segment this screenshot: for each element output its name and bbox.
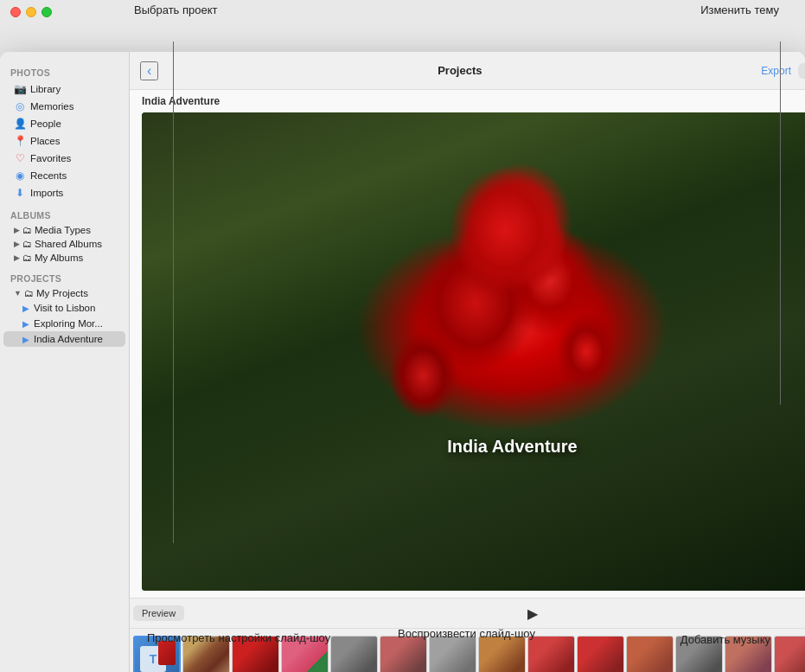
chevron-down-icon: ▼ — [14, 289, 22, 298]
sidebar-item-label: Places — [30, 136, 61, 146]
annotation-select-project: Выбрать проект — [134, 3, 218, 16]
play-button[interactable]: ▶ — [527, 605, 538, 622]
memories-icon: ◎ — [14, 100, 26, 112]
filmstrip-thumb-14[interactable]: 14 — [774, 636, 805, 673]
filmstrip-thumb-5[interactable]: 5 — [330, 636, 378, 673]
filmstrip-thumb-10[interactable]: 10 — [577, 636, 624, 673]
sidebar-group-label: My Projects — [36, 288, 88, 298]
sidebar-item-icon: 🗂 — [22, 253, 32, 263]
controls-bar: Preview ▶ ↺ — [130, 598, 805, 629]
people-icon: 👤 — [14, 118, 26, 130]
sidebar-item-imports[interactable]: ⬇ Imports — [3, 184, 125, 202]
poppy-flower — [435, 156, 591, 320]
sidebar: Photos 📷 Library ◎ Memories 👤 People 📍 P… — [0, 52, 130, 672]
search-bar[interactable]: 🔍 — [798, 63, 805, 79]
annotation-add-music: Добавить музыку — [680, 633, 770, 646]
maximize-button[interactable] — [42, 7, 52, 17]
sidebar-item-library[interactable]: 📷 Library — [3, 80, 125, 98]
sidebar-group-label: Media Types — [35, 225, 91, 235]
sidebar-item-recents[interactable]: ◉ Recents — [3, 167, 125, 184]
sidebar-item-label: Imports — [30, 188, 63, 198]
slideshow-icon: ▶ — [22, 304, 29, 313]
sidebar-item-memories[interactable]: ◎ Memories — [3, 98, 125, 115]
back-button[interactable]: ‹ — [140, 61, 158, 80]
sidebar-group-label: My Albums — [35, 253, 83, 263]
sidebar-item-icon: 🗂 — [22, 225, 32, 235]
filmstrip-thumb-11[interactable]: 11 — [626, 636, 674, 673]
sidebar-item-people[interactable]: 👤 People — [3, 115, 125, 132]
annotation-change-theme: Изменить тему — [700, 3, 779, 16]
sidebar-item-label: Exploring Mor... — [34, 318, 103, 329]
sidebar-group-label: Shared Albums — [35, 239, 102, 249]
sidebar-item-label: Memories — [30, 101, 73, 112]
sidebar-item-visit-to-lisbon[interactable]: ▶ Visit to Lisbon — [3, 300, 125, 316]
slideshow-icon: ▶ — [22, 319, 29, 329]
project-name: India Adventure — [142, 95, 220, 107]
favorites-icon: ♡ — [14, 152, 26, 164]
preview-button[interactable]: Preview — [133, 605, 184, 621]
places-icon: 📍 — [14, 135, 26, 147]
sidebar-group-my-projects[interactable]: ▼ 🗂 My Projects — [3, 286, 125, 300]
sidebar-item-icon: 🗂 — [22, 239, 32, 249]
close-button[interactable] — [10, 7, 21, 17]
sidebar-item-label: Library — [30, 84, 61, 94]
chevron-right-icon: ▶ — [14, 226, 20, 234]
main-content: ‹ Projects Export 🔍 India Adventure 44 s… — [130, 52, 805, 672]
main-window: Photos 📷 Library ◎ Memories 👤 People 📍 P… — [0, 52, 805, 672]
slide-title: India Adventure — [447, 437, 577, 457]
sidebar-group-media-types[interactable]: ▶ 🗂 Media Types — [3, 223, 125, 237]
export-button[interactable]: Export — [761, 65, 791, 77]
annotation-line-select-project — [173, 42, 174, 543]
sidebar-item-india-adventure[interactable]: ▶ India Adventure — [3, 331, 125, 347]
sidebar-item-places[interactable]: 📍 Places — [3, 132, 125, 150]
imports-icon: ⬇ — [14, 187, 26, 199]
project-header: India Adventure 44 slides · 2:38m — [130, 90, 805, 112]
slideshow-preview: India Adventure — [142, 112, 805, 591]
slideshow-icon: ▶ — [22, 335, 29, 344]
sidebar-item-label: People — [30, 118, 61, 129]
sidebar-item-label: Visit to Lisbon — [34, 303, 95, 313]
albums-section-label: Albums — [0, 202, 129, 223]
sidebar-item-label: India Adventure — [34, 334, 103, 344]
sidebar-item-exploring-mor[interactable]: ▶ Exploring Mor... — [3, 316, 125, 331]
projects-section-label: Projects — [0, 265, 129, 286]
minimize-button[interactable] — [26, 7, 36, 17]
library-icon: 📷 — [14, 83, 26, 95]
slideshow-container: India Adventure — [130, 112, 805, 598]
sidebar-item-label: Recents — [30, 170, 67, 181]
sidebar-group-shared-albums[interactable]: ▶ 🗂 Shared Albums — [3, 237, 125, 251]
sidebar-item-label: Favorites — [30, 153, 71, 163]
annotation-view-settings: Просмотреть настройки слайд-шоу — [147, 630, 330, 646]
sidebar-item-favorites[interactable]: ♡ Favorites — [3, 150, 125, 167]
chevron-right-icon: ▶ — [14, 240, 20, 248]
chevron-right-icon: ▶ — [14, 253, 20, 262]
photos-section-label: Photos — [0, 59, 129, 80]
sidebar-group-my-albums[interactable]: ▶ 🗂 My Albums — [3, 251, 125, 265]
annotation-area: Выбрать проект Изменить тему — [0, 0, 805, 26]
recents-icon: ◉ — [14, 170, 26, 182]
annotation-play-slideshow: Воспроизвести слайд-шоу — [398, 626, 535, 642]
annotation-line-change-theme — [780, 42, 781, 405]
page-title: Projects — [165, 64, 754, 77]
toolbar: ‹ Projects Export 🔍 — [130, 52, 805, 90]
sidebar-item-icon: 🗂 — [24, 288, 34, 298]
